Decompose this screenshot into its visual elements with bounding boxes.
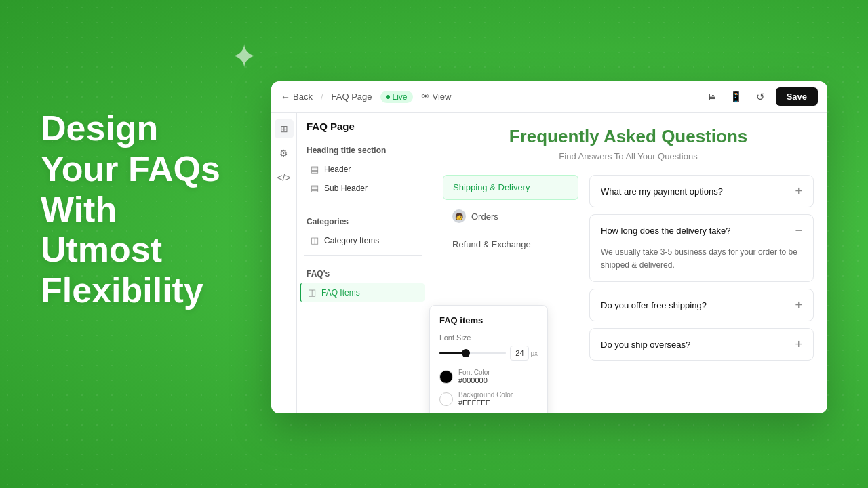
left-panel: FAQ Page Heading title section ▤ Header …	[297, 113, 429, 413]
topbar-actions: 🖥 📱 ↺ Save	[703, 87, 818, 106]
faq-questions: What are my payment options? + How long …	[589, 175, 814, 367]
font-size-slider-row: 24 px	[439, 346, 538, 361]
panel-divider-1	[304, 203, 422, 203]
topbar: ← Back / FAQ Page Live 👁 View 🖥 📱 ↺ Save	[271, 81, 827, 113]
heading-section-label: Heading title section	[297, 138, 429, 159]
cat-item-orders[interactable]: 🧑 Orders	[443, 203, 578, 230]
font-size-number[interactable]: 24	[510, 346, 529, 361]
hero-line2: Your FAQs	[41, 149, 220, 188]
preview-title: Frequently Asked Questions	[443, 126, 814, 147]
cat-item-refund-label: Refund & Exchange	[452, 239, 531, 249]
desktop-view-button[interactable]: 🖥	[703, 87, 722, 106]
orders-avatar: 🧑	[452, 209, 466, 223]
category-icon: ◫	[311, 235, 319, 245]
font-size-thumb[interactable]	[462, 349, 470, 357]
editor-body: ⊞ ⚙ </> FAQ Page Heading title section ▤…	[271, 113, 827, 413]
live-badge: Live	[380, 91, 413, 103]
panel-item-header[interactable]: ▤ Header	[301, 160, 425, 178]
faq-items-icon: ◫	[308, 287, 316, 298]
icon-bar: ⊞ ⚙ </>	[271, 113, 297, 413]
hero-text: Design Your FAQs With Utmost Flexibility	[41, 108, 220, 311]
font-color-name: Font Color	[458, 369, 490, 376]
topbar-separator: /	[321, 92, 323, 102]
faq-item-2: How long does the delivery take? − We us…	[589, 214, 814, 282]
back-arrow-icon: ←	[281, 92, 290, 102]
faq-item-2-toggle-icon: −	[795, 224, 802, 237]
faq-item-3-header[interactable]: Do you offer free shipping? +	[590, 289, 813, 321]
panel-item-faq-items[interactable]: ◫ FAQ Items	[300, 283, 425, 302]
faq-item-4: Do you ship overseas? +	[589, 328, 814, 361]
editor-window: ← Back / FAQ Page Live 👁 View 🖥 📱 ↺ Save…	[271, 81, 827, 413]
refresh-button[interactable]: ↺	[751, 87, 770, 106]
hero-line1: Design	[41, 108, 158, 148]
panel-item-subheader[interactable]: ▤ Sub Header	[301, 179, 425, 197]
settings-icon-button[interactable]: ⚙	[275, 144, 294, 163]
bg-color-hex: #FFFFFF	[458, 399, 513, 407]
faq-item-3-toggle-icon: +	[795, 299, 802, 311]
faq-item-4-question: Do you ship overseas?	[601, 340, 690, 350]
panel-divider-2	[304, 255, 422, 256]
faq-item-1-toggle-icon: +	[795, 185, 802, 197]
hero-line3: With	[41, 190, 117, 229]
subheader-label: Sub Header	[324, 184, 368, 193]
faq-items-label: FAQ Items	[321, 288, 360, 298]
category-items-label: Category Items	[324, 236, 379, 245]
faqs-label: FAQ's	[297, 261, 429, 283]
popup-title: FAQ items	[439, 315, 538, 325]
code-icon-button[interactable]: </>	[275, 168, 294, 187]
bg-color-row: Background Color #FFFFFF	[439, 391, 538, 407]
view-label: View	[433, 92, 452, 102]
cat-item-shipping[interactable]: Shipping & Delivery	[443, 175, 578, 200]
font-size-track[interactable]	[439, 352, 506, 354]
font-size-val: 24 px	[510, 346, 538, 361]
faq-item-3-question: Do you offer free shipping?	[601, 300, 707, 310]
live-dot	[386, 95, 390, 99]
back-button[interactable]: ← Back	[281, 92, 313, 102]
hero-line4: Utmost	[41, 230, 162, 269]
back-label: Back	[293, 92, 313, 102]
bg-color-name: Background Color	[458, 391, 513, 399]
faq-item-2-answer: We usually take 3-5 business days for yo…	[590, 246, 813, 281]
save-button[interactable]: Save	[776, 87, 818, 106]
layers-icon-button[interactable]: ⊞	[275, 119, 294, 138]
font-color-info: Font Color #000000	[458, 369, 490, 384]
subheader-icon: ▤	[311, 183, 319, 193]
bg-color-swatch[interactable]	[439, 392, 453, 406]
font-size-label: Font Size	[439, 333, 538, 342]
font-size-unit: px	[530, 350, 538, 357]
faq-item-4-header[interactable]: Do you ship overseas? +	[590, 329, 813, 360]
live-label: Live	[393, 92, 408, 102]
faq-item-2-header[interactable]: How long does the delivery take? −	[590, 215, 813, 246]
panel-title: FAQ Page	[297, 113, 429, 138]
mobile-view-button[interactable]: 📱	[727, 87, 746, 106]
topbar-page-label: FAQ Page	[332, 92, 372, 102]
faq-item-1-question: What are my payment options?	[601, 186, 723, 197]
hero-line5: Flexibility	[41, 270, 203, 310]
preview-header: Frequently Asked Questions Find Answers …	[443, 126, 814, 161]
header-icon: ▤	[311, 164, 319, 174]
categories-label: Categories	[297, 209, 429, 230]
faq-item-3: Do you offer free shipping? +	[589, 289, 814, 321]
cat-item-orders-label: Orders	[471, 211, 498, 222]
preview-subtitle: Find Answers To All Your Questions	[443, 151, 814, 161]
panel-item-category-items[interactable]: ◫ Category Items	[301, 231, 425, 249]
faq-item-4-toggle-icon: +	[795, 338, 802, 350]
cat-item-refund[interactable]: Refund & Exchange	[443, 232, 578, 256]
view-button[interactable]: 👁 View	[421, 92, 452, 102]
font-color-hex: #000000	[458, 376, 490, 384]
faq-items-popup: FAQ items Font Size 24 px Font Color #00…	[429, 305, 548, 413]
eye-icon: 👁	[421, 92, 430, 102]
cat-item-shipping-label: Shipping & Delivery	[453, 182, 530, 192]
font-color-swatch[interactable]	[439, 370, 453, 384]
font-color-row: Font Color #000000	[439, 369, 538, 384]
bg-color-info: Background Color #FFFFFF	[458, 391, 513, 407]
star-decoration: ✦	[231, 41, 258, 73]
faq-item-1: What are my payment options? +	[589, 175, 814, 207]
header-label: Header	[324, 165, 351, 174]
faq-item-2-question: How long does the delivery take?	[601, 226, 731, 236]
faq-item-1-header[interactable]: What are my payment options? +	[590, 176, 813, 207]
